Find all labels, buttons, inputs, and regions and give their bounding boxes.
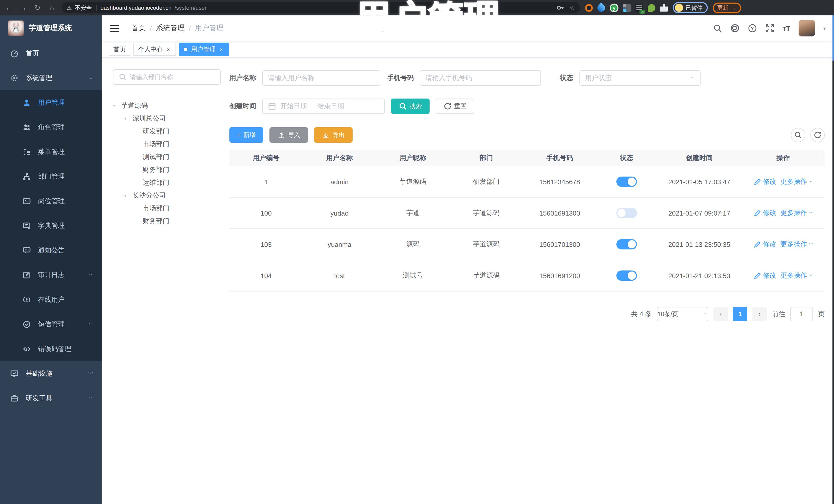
more-actions-link[interactable]: 更多操作﹀ bbox=[781, 177, 813, 186]
extension-green-y-icon[interactable]: y bbox=[610, 3, 618, 12]
edit-link[interactable]: 修改 bbox=[753, 177, 776, 186]
status-toggle[interactable] bbox=[616, 270, 637, 281]
show-search-button[interactable] bbox=[791, 128, 805, 142]
check-circle-icon bbox=[23, 320, 31, 328]
browser-home-icon[interactable]: ⌂ bbox=[47, 4, 57, 12]
status-select[interactable]: 用户状态 ﹀ bbox=[579, 70, 701, 86]
logo-rabbit-image: 🐰 bbox=[8, 21, 24, 36]
extension-pen-icon[interactable] bbox=[648, 4, 655, 12]
avatar-caret-icon[interactable]: ▾ bbox=[823, 25, 826, 31]
sidebar-item-role-mgmt[interactable]: 角色管理 bbox=[0, 115, 102, 139]
add-button[interactable]: + 新增 bbox=[229, 127, 263, 143]
sidebar-item-dev-tools[interactable]: 研发工具 ﹀ bbox=[0, 386, 102, 411]
tree-caret-icon[interactable]: ▾ bbox=[113, 103, 118, 108]
sidebar-item-home[interactable]: 首页 bbox=[0, 41, 102, 66]
tree-node[interactable]: ▾深圳总公司 bbox=[113, 112, 221, 125]
tree-node[interactable]: ▾芋道源码 bbox=[113, 99, 221, 112]
sidebar-item-infrastructure[interactable]: 基础设施 ﹀ bbox=[0, 361, 102, 386]
username-input[interactable]: 请输入用户名称 bbox=[262, 70, 380, 86]
tab-user-mgmt[interactable]: 用户管理 × bbox=[179, 43, 229, 56]
scrollbar-thumb[interactable] bbox=[832, 15, 834, 61]
dept-search-input[interactable]: 请输入部门名称 bbox=[113, 69, 221, 85]
browser-update-button[interactable]: 更新 ⋮ bbox=[713, 2, 741, 13]
goto-page-input[interactable]: 1 bbox=[790, 307, 813, 321]
browser-back-icon[interactable]: ← bbox=[4, 4, 13, 12]
sidebar-item-label: 通知公告 bbox=[38, 246, 93, 255]
close-icon[interactable]: × bbox=[165, 46, 171, 52]
tree-node[interactable]: ▾长沙分公司 bbox=[113, 189, 221, 202]
github-icon[interactable] bbox=[730, 24, 739, 33]
browser-menu-kebab-icon[interactable]: ⋮ bbox=[731, 4, 737, 11]
sidebar-item-audit-log[interactable]: 审计日志 ﹀ bbox=[0, 263, 102, 287]
page-1-button[interactable]: 1 bbox=[733, 307, 747, 321]
breadcrumb: 首页 / 系统管理 / 用户管理 bbox=[131, 24, 224, 33]
window-scrollbar[interactable] bbox=[832, 15, 834, 504]
sidebar-item-post-mgmt[interactable]: 岗位管理 bbox=[0, 189, 102, 214]
tab-profile[interactable]: 个人中心 × bbox=[133, 43, 176, 56]
tree-caret-icon[interactable]: ▾ bbox=[124, 116, 129, 121]
more-actions-link[interactable]: 更多操作﹀ bbox=[781, 240, 813, 249]
browser-forward-icon[interactable]: → bbox=[19, 4, 28, 12]
tab-home[interactable]: 首页 bbox=[109, 43, 130, 56]
prev-page-button[interactable]: ‹ bbox=[714, 307, 728, 321]
password-key-icon[interactable] bbox=[556, 4, 565, 12]
sidebar-item-label: 在线用户 bbox=[38, 295, 93, 304]
sidebar-item-sms-mgmt[interactable]: 短信管理 ﹀ bbox=[0, 312, 102, 337]
refresh-table-button[interactable] bbox=[810, 128, 825, 142]
status-toggle[interactable] bbox=[616, 208, 637, 218]
tree-node[interactable]: 财务部门 bbox=[113, 163, 221, 176]
date-range-input[interactable]: 开始日期 - 结束日期 bbox=[262, 98, 385, 114]
tree-node[interactable]: 测试部门 bbox=[113, 150, 221, 163]
edit-link[interactable]: 修改 bbox=[753, 240, 776, 249]
sidebar-item-notice[interactable]: 通知公告 bbox=[0, 238, 102, 263]
reset-button[interactable]: 重置 bbox=[436, 98, 474, 114]
export-button[interactable]: 导出 bbox=[314, 127, 353, 143]
browser-reload-icon[interactable]: ↻ bbox=[33, 4, 42, 12]
status-toggle[interactable] bbox=[616, 177, 637, 187]
tree-node[interactable]: 市场部门 bbox=[113, 137, 221, 150]
extension-switch-icon[interactable]: on bbox=[635, 4, 643, 12]
fullscreen-icon[interactable] bbox=[765, 24, 774, 33]
sidebar-item-menu-mgmt[interactable]: 菜单管理 bbox=[0, 139, 102, 164]
edit-link[interactable]: 修改 bbox=[753, 209, 776, 218]
search-button[interactable]: 搜索 bbox=[391, 98, 430, 114]
app-logo[interactable]: 🐰 芋道管理系统 bbox=[0, 15, 102, 41]
font-size-icon[interactable]: тT bbox=[783, 24, 790, 32]
import-button[interactable]: 导入 bbox=[269, 127, 308, 143]
help-icon[interactable]: ? bbox=[748, 24, 757, 33]
sidebar-item-error-code[interactable]: 错误码管理 bbox=[0, 337, 102, 361]
status-toggle[interactable] bbox=[616, 239, 637, 249]
sidebar-item-online-users[interactable]: 在线用户 bbox=[0, 287, 102, 312]
more-actions-link[interactable]: 更多操作﹀ bbox=[781, 271, 813, 280]
user-avatar[interactable] bbox=[798, 20, 815, 37]
page-size-select[interactable]: 10条/页 ﹀ bbox=[657, 307, 708, 321]
tree-node[interactable]: 市场部门 bbox=[113, 202, 221, 215]
extensions-puzzle-icon[interactable] bbox=[660, 4, 668, 12]
tree-node[interactable]: 运维部门 bbox=[113, 176, 221, 189]
mobile-input[interactable]: 请输入手机号码 bbox=[420, 70, 541, 86]
tree-node[interactable]: 财务部门 bbox=[113, 215, 221, 227]
edit-link[interactable]: 修改 bbox=[753, 271, 776, 280]
close-icon[interactable]: × bbox=[218, 46, 224, 52]
breadcrumb-system[interactable]: 系统管理 bbox=[156, 24, 185, 33]
search-icon[interactable] bbox=[712, 24, 722, 33]
search-icon bbox=[118, 73, 127, 81]
tree-caret-icon[interactable]: ▾ bbox=[124, 193, 129, 198]
browser-profile-chip[interactable]: 已暂停 bbox=[673, 2, 708, 13]
extension-squares-icon[interactable] bbox=[623, 4, 631, 12]
bookmark-star-icon[interactable]: ☆ bbox=[570, 4, 575, 11]
col-status: 状态 bbox=[596, 153, 657, 162]
extension-orange-icon[interactable] bbox=[585, 4, 593, 12]
sidebar-item-dict-mgmt[interactable]: 字典管理 bbox=[0, 214, 102, 238]
sidebar-item-system[interactable]: 系统管理 ︿ bbox=[0, 66, 102, 90]
more-actions-link[interactable]: 更多操作﹀ bbox=[781, 209, 813, 218]
address-bar[interactable]: ⚠ 不安全 dashboard.yudao.iocoder.cn /system… bbox=[62, 2, 580, 13]
sidebar-item-dept-mgmt[interactable]: 部门管理 bbox=[0, 164, 102, 189]
sidebar-item-user-mgmt[interactable]: 用户管理 bbox=[0, 90, 102, 115]
tree-node[interactable]: 研发部门 bbox=[113, 125, 221, 137]
sidebar-collapse-icon[interactable] bbox=[110, 25, 119, 32]
next-page-button[interactable]: › bbox=[752, 307, 767, 321]
sidebar-item-label: 菜单管理 bbox=[38, 147, 93, 156]
extension-blue-gem-icon[interactable] bbox=[596, 2, 607, 13]
breadcrumb-home[interactable]: 首页 bbox=[131, 24, 146, 33]
